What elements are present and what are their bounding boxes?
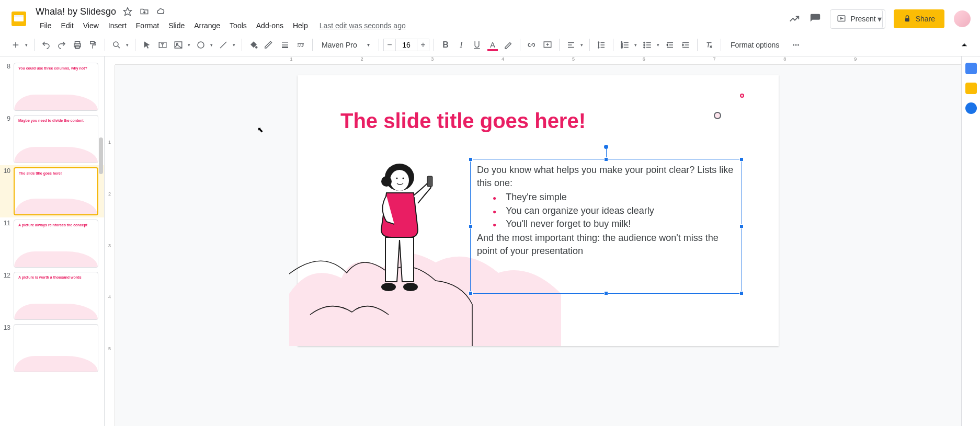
rotate-handle[interactable] xyxy=(604,145,608,149)
document-title[interactable]: Whala! by Slidesgo xyxy=(36,6,116,17)
thumbnail-row[interactable]: 11 A picture always reinforces the conce… xyxy=(0,217,104,270)
resize-handle-br[interactable] xyxy=(739,291,744,295)
undo-button[interactable] xyxy=(39,38,53,52)
format-options-button[interactable]: Format options xyxy=(725,39,784,51)
bold-button[interactable]: B xyxy=(438,38,453,52)
thumbnail-row[interactable]: 10 The slide title goes here! xyxy=(0,165,104,217)
resize-handle-tr[interactable] xyxy=(739,157,744,162)
numbered-list-dropdown[interactable]: ▾ xyxy=(632,42,639,48)
redo-button[interactable] xyxy=(54,38,69,52)
slide-filmstrip[interactable]: 8 You could use three columns, why not? … xyxy=(0,56,105,426)
decorative-circle-icon xyxy=(714,112,721,119)
font-family-select[interactable]: Maven Pro ▾ xyxy=(317,38,374,52)
resize-handle-tl[interactable] xyxy=(469,157,473,162)
menu-view[interactable]: View xyxy=(79,19,103,32)
shape-dropdown[interactable]: ▾ xyxy=(208,42,215,48)
bulleted-list-dropdown[interactable]: ▾ xyxy=(655,42,662,48)
clear-formatting-button[interactable] xyxy=(702,38,716,52)
line-spacing-button[interactable] xyxy=(594,38,609,52)
comments-icon[interactable] xyxy=(809,13,822,25)
thumbnail-row[interactable]: 12 A picture is worth a thousand words xyxy=(0,270,104,322)
textbox-content[interactable]: Do you know what helps you make your poi… xyxy=(471,159,742,262)
thumbnail-slide[interactable]: The slide title goes here! xyxy=(14,167,98,215)
menu-help[interactable]: Help xyxy=(289,19,312,32)
present-dropdown[interactable]: ▾ xyxy=(874,9,885,29)
align-dropdown[interactable]: ▾ xyxy=(578,42,585,48)
slide-stage[interactable]: The slide title goes here! xyxy=(115,65,961,426)
textbox-tool[interactable] xyxy=(155,38,170,52)
menu-tools[interactable]: Tools xyxy=(225,19,251,32)
menu-insert[interactable]: Insert xyxy=(104,19,131,32)
thumbnail-slide[interactable]: A picture is worth a thousand words xyxy=(14,272,98,320)
move-folder-icon[interactable] xyxy=(139,6,150,17)
horizontal-ruler[interactable]: 123456789 xyxy=(115,56,961,65)
new-slide-dropdown[interactable]: ▾ xyxy=(23,42,30,48)
tasks-addon-icon[interactable] xyxy=(965,102,977,114)
insert-link-button[interactable] xyxy=(525,38,539,52)
font-size-input[interactable] xyxy=(396,39,417,51)
thumbnail-slide[interactable]: You could use three columns, why not? xyxy=(14,63,98,111)
menu-format[interactable]: Format xyxy=(132,19,163,32)
new-slide-button[interactable] xyxy=(8,38,23,52)
more-toolbar-button[interactable] xyxy=(789,38,803,52)
menu-arrange[interactable]: Arrange xyxy=(190,19,224,32)
thumbnail-row[interactable]: 8 You could use three columns, why not? xyxy=(0,61,104,113)
image-dropdown[interactable]: ▾ xyxy=(186,42,192,48)
line-tool[interactable] xyxy=(216,38,231,52)
thumbnail-row[interactable]: 13 xyxy=(0,322,104,374)
thumbnail-slide[interactable] xyxy=(14,324,98,372)
text-color-button[interactable]: A xyxy=(485,38,500,52)
border-color-button[interactable] xyxy=(262,38,277,52)
zoom-button[interactable] xyxy=(109,38,124,52)
insert-comment-button[interactable] xyxy=(540,38,555,52)
slide-canvas[interactable]: The slide title goes here! xyxy=(298,75,779,346)
select-tool[interactable] xyxy=(140,38,154,52)
decrease-indent-button[interactable] xyxy=(663,38,677,52)
star-icon[interactable] xyxy=(122,6,133,17)
selected-textbox[interactable]: Do you know what helps you make your poi… xyxy=(470,159,742,294)
thumbnail-row[interactable]: 9 Maybe you need to divide the content xyxy=(0,113,104,165)
filmstrip-scrollbar[interactable] xyxy=(99,137,103,174)
numbered-list-button[interactable]: 123 xyxy=(618,38,632,52)
resize-handle-bl[interactable] xyxy=(469,291,473,295)
thumbnail-title: A picture is worth a thousand words xyxy=(18,275,82,279)
border-weight-button[interactable] xyxy=(278,38,292,52)
app-logo[interactable] xyxy=(8,8,29,29)
calendar-addon-icon[interactable] xyxy=(965,63,977,74)
collapse-toolbar-button[interactable] xyxy=(957,38,972,52)
account-avatar[interactable] xyxy=(953,9,972,28)
zoom-dropdown[interactable]: ▾ xyxy=(124,42,131,48)
line-dropdown[interactable]: ▾ xyxy=(231,42,237,48)
activity-icon[interactable] xyxy=(788,13,801,25)
vertical-ruler[interactable]: 12345 xyxy=(105,65,115,426)
print-button[interactable] xyxy=(70,38,85,52)
align-button[interactable] xyxy=(564,38,578,52)
resize-handle-tm[interactable] xyxy=(604,157,608,162)
fill-color-button[interactable] xyxy=(246,38,261,52)
increase-indent-button[interactable] xyxy=(678,38,693,52)
paint-format-button[interactable] xyxy=(86,38,100,52)
cloud-status-icon[interactable] xyxy=(156,6,166,17)
share-button[interactable]: Share xyxy=(894,9,944,28)
border-dash-button[interactable] xyxy=(293,38,308,52)
thumbnail-slide[interactable]: Maybe you need to divide the content xyxy=(14,115,98,163)
menu-file[interactable]: File xyxy=(36,19,56,32)
bulleted-list-button[interactable] xyxy=(640,38,655,52)
menu-addons[interactable]: Add-ons xyxy=(252,19,288,32)
image-tool[interactable] xyxy=(171,38,186,52)
font-size-decrease[interactable]: − xyxy=(383,39,396,51)
font-size-increase[interactable]: + xyxy=(417,39,429,51)
resize-handle-mr[interactable] xyxy=(739,224,744,228)
keep-addon-icon[interactable] xyxy=(965,83,977,94)
thumbnail-slide[interactable]: A picture always reinforces the concept xyxy=(14,220,98,268)
last-edit-link[interactable]: Last edit was seconds ago xyxy=(320,21,406,30)
slide-title-text[interactable]: The slide title goes here! xyxy=(340,109,586,133)
shape-tool[interactable] xyxy=(193,38,208,52)
underline-button[interactable]: U xyxy=(470,38,484,52)
menu-slide[interactable]: Slide xyxy=(164,19,189,32)
resize-handle-ml[interactable] xyxy=(469,224,473,228)
italic-button[interactable]: I xyxy=(454,38,469,52)
resize-handle-bm[interactable] xyxy=(604,291,608,295)
highlight-color-button[interactable] xyxy=(501,38,516,52)
menu-edit[interactable]: Edit xyxy=(57,19,78,32)
